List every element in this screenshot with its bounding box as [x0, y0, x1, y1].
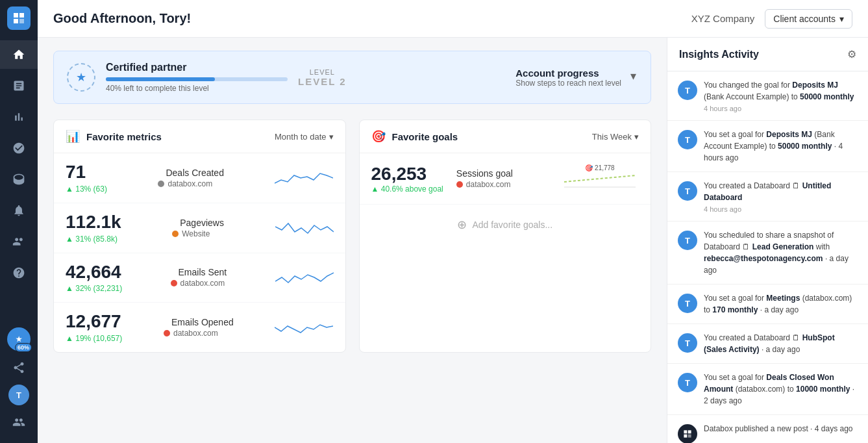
insight-item-3: T You created a Databoard 🗒 Untitled Dat…: [667, 172, 868, 222]
insight-text-1: You changed the goal for Deposits MJ (Ba…: [704, 79, 858, 103]
account-progress-toggle[interactable]: ▾: [629, 68, 638, 84]
banner-info: Certified partner 40% left to complete t…: [106, 62, 288, 93]
insight-avatar-1: T: [678, 81, 697, 100]
insight-item-2: T You set a goal for Deposits MJ (Bank A…: [667, 121, 868, 172]
main-content: ★ Certified partner 40% left to complete…: [38, 38, 667, 443]
metric-meta-emails-sent: databox.com: [171, 279, 227, 288]
banner-level: LEVEL LEVEL 2: [298, 68, 347, 87]
insight-text-5: You set a goal for Meetings (databox.com…: [704, 292, 858, 316]
insight-time-3: 4 hours ago: [704, 205, 858, 213]
insight-item-6: T You created a Databoard 🗒 HubSpot (Sal…: [667, 324, 868, 364]
add-goal-row[interactable]: ⊕ Add favorite goals...: [360, 205, 651, 245]
metric-row-pageviews: 112.1k 31% (85.8k) Pageviews Website: [54, 203, 345, 253]
goals-filter-button[interactable]: This Week ▾: [592, 132, 639, 142]
source-dot: [171, 280, 177, 286]
metric-change-pageviews: 31% (85.8k): [66, 234, 121, 244]
metric-meta-emails-opened: databox.com: [164, 329, 234, 338]
sparkline-pageviews: [275, 214, 334, 240]
progress-fill: [106, 77, 215, 81]
metric-center-deals: Deals Created databox.com: [158, 168, 224, 188]
insight-content-7: You set a goal for Deals Closed Won Amou…: [704, 372, 858, 407]
favorite-metrics-header: 📊 Favorite metrics Month to date ▾: [54, 120, 345, 153]
metric-change-emails-sent: 32% (32,231): [66, 284, 122, 293]
sidebar-item-goals[interactable]: [0, 134, 38, 162]
insight-avatar-4: T: [678, 231, 697, 250]
metrics-icon: 📊: [66, 129, 80, 144]
favorite-goals-title: 🎯 Favorite goals: [371, 129, 458, 144]
chevron-down-icon: ▾: [839, 14, 844, 24]
account-progress-title: Account progress: [515, 68, 621, 79]
metric-value-emails-sent: 42,664: [66, 262, 122, 283]
insight-text-2: You set a goal for Deposits MJ (Bank Acc…: [704, 129, 858, 164]
chevron-down-icon: ▾: [329, 132, 334, 142]
goal-chart-sessions: 🎯 21,778: [561, 162, 639, 195]
svg-rect-8: [688, 430, 691, 433]
metric-change-emails-opened: 19% (10,657): [66, 334, 122, 343]
certified-partner-icon: ★: [67, 63, 95, 92]
insights-list: T You changed the goal for Deposits MJ (…: [667, 71, 868, 443]
metrics-filter-button[interactable]: Month to date ▾: [275, 132, 334, 142]
sidebar-item-analytics[interactable]: [0, 103, 38, 131]
partner-banner: ★ Certified partner 40% left to complete…: [53, 51, 651, 104]
metric-left-pageviews: 112.1k 31% (85.8k): [66, 212, 121, 244]
metric-center-emails-sent: Emails Sent databox.com: [171, 267, 227, 288]
sidebar-item-help[interactable]: [0, 259, 38, 287]
insight-item-4: T You scheduled to share a snapshot of D…: [667, 222, 868, 285]
metric-right-emails-opened: [275, 313, 333, 342]
sidebar-item-users[interactable]: [0, 227, 38, 256]
sidebar-item-reports[interactable]: [0, 71, 38, 100]
metric-change-deals: 13% (63): [66, 184, 107, 194]
progress-pct: 60%: [15, 343, 32, 352]
metric-right-pageviews: [275, 214, 334, 242]
source-dot: [456, 181, 463, 188]
favorite-goals-header: 🎯 Favorite goals This Week ▾: [360, 120, 651, 153]
sidebar-item-data[interactable]: [0, 165, 38, 194]
goals-icon: 🎯: [371, 129, 386, 144]
metric-meta-deals: databox.com: [158, 179, 224, 188]
insight-content-6: You created a Databoard 🗒 HubSpot (Sales…: [704, 332, 858, 355]
client-accounts-button[interactable]: Client accounts ▾: [765, 9, 852, 29]
insight-avatar-7: T: [678, 373, 697, 392]
insight-content-8: Databox published a new post · 4 days ag…: [704, 423, 853, 443]
source-dot: [158, 181, 164, 187]
insight-content-5: You set a goal for Meetings (databox.com…: [704, 292, 858, 316]
svg-rect-7: [684, 430, 687, 433]
header: Good Afternoon, Tory! XYZ Company Client…: [38, 0, 868, 38]
user-avatar[interactable]: T: [8, 385, 29, 405]
sidebar-item-group[interactable]: [7, 408, 31, 437]
svg-rect-10: [688, 435, 691, 438]
metric-name-deals: Deals Created: [166, 168, 224, 178]
insight-content-2: You set a goal for Deposits MJ (Bank Acc…: [704, 129, 858, 164]
progress-bar: [106, 77, 288, 81]
add-icon: ⊕: [457, 218, 467, 232]
progress-text: 40% left to complete this level: [106, 84, 288, 93]
insights-filter-icon[interactable]: ⚙: [847, 48, 856, 60]
app-logo[interactable]: [7, 6, 31, 30]
insight-item-1: T You changed the goal for Deposits MJ (…: [667, 71, 868, 121]
sidebar-item-share[interactable]: [7, 353, 31, 382]
sidebar-item-home[interactable]: [0, 40, 38, 69]
svg-line-5: [564, 175, 636, 182]
insight-avatar-2: T: [678, 130, 697, 149]
svg-rect-9: [684, 435, 687, 438]
metric-left-emails-sent: 42,664 32% (32,231): [66, 262, 122, 294]
source-dot: [164, 330, 170, 336]
sparkline-deals: [275, 164, 333, 190]
chevron-down-icon: ▾: [634, 132, 639, 142]
insight-avatar-5: T: [678, 294, 697, 313]
banner-right: Account progress Show steps to reach nex…: [515, 68, 638, 88]
insight-text-6: You created a Databoard 🗒 HubSpot (Sales…: [704, 332, 858, 355]
svg-rect-1: [19, 13, 24, 18]
svg-rect-3: [19, 19, 24, 23]
progress-badge[interactable]: ★ 60%: [7, 327, 31, 351]
source-dot: [172, 231, 179, 237]
metrics-grid: 📊 Favorite metrics Month to date ▾ 71 13…: [53, 120, 651, 353]
sidebar-bottom: ★ 60% T: [7, 327, 31, 437]
sparkline-emails-opened: [275, 313, 333, 339]
insight-avatar-8: [678, 424, 697, 443]
insight-avatar-6: T: [678, 333, 697, 353]
svg-rect-2: [14, 19, 18, 23]
sidebar-item-alerts[interactable]: [0, 196, 38, 225]
insight-item-7: T You set a goal for Deals Closed Won Am…: [667, 364, 868, 415]
sidebar: ★ 60% T: [0, 0, 38, 443]
